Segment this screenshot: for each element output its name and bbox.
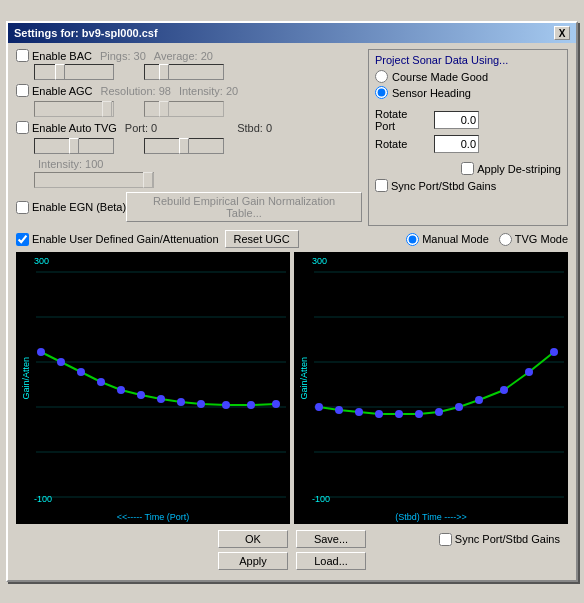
- apply-button[interactable]: Apply: [218, 552, 288, 570]
- stbd-y-label-wrapper: Gain/Atten: [296, 252, 312, 504]
- svg-point-29: [415, 410, 423, 418]
- left-panel: Enable BAC Pings: 30 Average: 20 Enable …: [16, 49, 362, 226]
- egn-label: Enable EGN (Beta): [32, 201, 126, 213]
- rotate-port-row: Rotate Port: [375, 108, 561, 132]
- ugc-label: Enable User Defined Gain/Attenuation: [32, 233, 219, 245]
- load-button[interactable]: Load...: [296, 552, 366, 570]
- svg-point-34: [525, 368, 533, 376]
- autotvg-checkbox[interactable]: [16, 121, 29, 134]
- port-y-label-wrapper: Gain/Atten: [18, 252, 34, 504]
- agc-row: Enable AGC Resolution: 98 Intensity: 20: [16, 84, 362, 97]
- project-sonar-panel: Project Sonar Data Using... Course Made …: [368, 49, 568, 226]
- svg-point-17: [272, 400, 280, 408]
- bac-pings-slider[interactable]: [34, 64, 114, 80]
- autotvg-intensity-slider[interactable]: [34, 172, 154, 188]
- tvg-mode-radio[interactable]: [499, 233, 512, 246]
- svg-point-28: [395, 410, 403, 418]
- svg-point-9: [97, 378, 105, 386]
- autotvg-port-slider[interactable]: [34, 138, 114, 154]
- ugc-checkbox[interactable]: [16, 233, 29, 246]
- rebuild-egn-button[interactable]: Rebuild Empirical Gain Normalization Tab…: [126, 192, 362, 222]
- svg-point-33: [500, 386, 508, 394]
- egn-checkbox[interactable]: [16, 201, 29, 214]
- svg-point-30: [435, 408, 443, 416]
- svg-point-12: [157, 395, 165, 403]
- sync-bottom-row: Sync Port/Stbd Gains: [439, 533, 560, 546]
- ugc-row: Enable User Defined Gain/Attenuation Res…: [16, 230, 568, 248]
- close-button[interactable]: X: [554, 26, 570, 40]
- bac-checkbox-label[interactable]: Enable BAC: [16, 49, 92, 62]
- autotvg-label: Enable Auto TVG: [32, 122, 117, 134]
- stbd-y-label: Gain/Atten: [299, 357, 309, 400]
- sensor-heading-row: Sensor Heading: [375, 86, 561, 99]
- autotvg-intensity-row: Intensity: 100: [34, 158, 362, 170]
- agc-checkbox-label[interactable]: Enable AGC: [16, 84, 93, 97]
- destripe-row: Apply De-striping: [375, 162, 561, 175]
- autotvg-slider-row: [34, 138, 362, 154]
- svg-point-10: [117, 386, 125, 394]
- resolution-label: Resolution: 98: [101, 85, 171, 97]
- port-x-label: <<----- Time (Port): [16, 512, 290, 524]
- stbd-graph-container: 300 -100 Gain/Atten: [294, 252, 568, 524]
- sync-top-checkbox[interactable]: [375, 179, 388, 192]
- tvg-mode-text: TVG Mode: [515, 233, 568, 245]
- port-y-min: -100: [34, 494, 52, 504]
- svg-point-16: [247, 401, 255, 409]
- bac-label: Enable BAC: [32, 50, 92, 62]
- bottom-buttons-2: Apply Load...: [16, 552, 568, 574]
- agc-checkbox[interactable]: [16, 84, 29, 97]
- port-label: Port: 0: [125, 122, 157, 134]
- agc-slider-row: [34, 101, 362, 117]
- svg-point-6: [37, 348, 45, 356]
- stbd-label: Stbd: 0: [237, 122, 272, 134]
- tvg-mode-label[interactable]: TVG Mode: [499, 233, 568, 246]
- svg-point-13: [177, 398, 185, 406]
- top-section: Enable BAC Pings: 30 Average: 20 Enable …: [16, 49, 568, 226]
- manual-mode-label[interactable]: Manual Mode: [406, 233, 489, 246]
- rotate-port-label: Rotate Port: [375, 108, 430, 132]
- svg-point-25: [335, 406, 343, 414]
- sensor-radio[interactable]: [375, 86, 388, 99]
- port-graph-container: 300 -100 Gain/Atten: [16, 252, 290, 524]
- agc-intensity-slider[interactable]: [144, 101, 224, 117]
- sync-bottom-checkbox[interactable]: [439, 533, 452, 546]
- main-content: Enable BAC Pings: 30 Average: 20 Enable …: [8, 43, 576, 580]
- bac-row: Enable BAC Pings: 30 Average: 20: [16, 49, 362, 62]
- autotvg-checkbox-label[interactable]: Enable Auto TVG: [16, 121, 117, 134]
- course-radio[interactable]: [375, 70, 388, 83]
- ok-button[interactable]: OK: [218, 530, 288, 548]
- save-button[interactable]: Save...: [296, 530, 366, 548]
- svg-point-7: [57, 358, 65, 366]
- svg-point-27: [375, 410, 383, 418]
- svg-point-26: [355, 408, 363, 416]
- average-label: Average: 20: [154, 50, 213, 62]
- reset-ugc-button[interactable]: Reset UGC: [225, 230, 299, 248]
- course-label: Course Made Good: [392, 71, 488, 83]
- manual-mode-radio[interactable]: [406, 233, 419, 246]
- graphs-row: 300 -100 Gain/Atten: [16, 252, 568, 524]
- rotate-port-input[interactable]: [434, 111, 479, 129]
- svg-point-32: [475, 396, 483, 404]
- bac-checkbox[interactable]: [16, 49, 29, 62]
- bac-average-slider[interactable]: [144, 64, 224, 80]
- project-sonar-title: Project Sonar Data Using...: [375, 54, 561, 66]
- svg-point-31: [455, 403, 463, 411]
- course-made-good-row: Course Made Good: [375, 70, 561, 83]
- stbd-x-label: (Stbd) Time ---->>: [294, 512, 568, 524]
- titlebar: Settings for: bv9-spl000.csf X: [8, 23, 576, 43]
- svg-point-35: [550, 348, 558, 356]
- svg-point-15: [222, 401, 230, 409]
- svg-point-14: [197, 400, 205, 408]
- agc-resolution-slider[interactable]: [34, 101, 114, 117]
- bottom-buttons: OK Save... Sync Port/Stbd Gains: [16, 524, 568, 552]
- ugc-checkbox-label[interactable]: Enable User Defined Gain/Attenuation: [16, 233, 219, 246]
- destripe-checkbox-label[interactable]: Apply De-striping: [461, 162, 561, 175]
- bac-slider-row: [34, 64, 362, 80]
- rotate-input[interactable]: [434, 135, 479, 153]
- destripe-checkbox[interactable]: [461, 162, 474, 175]
- autotvg-stbd-slider[interactable]: [144, 138, 224, 154]
- svg-point-24: [315, 403, 323, 411]
- sensor-label: Sensor Heading: [392, 87, 471, 99]
- egn-checkbox-label[interactable]: Enable EGN (Beta): [16, 201, 126, 214]
- autotvg-intensity-label: Intensity: 100: [38, 158, 103, 170]
